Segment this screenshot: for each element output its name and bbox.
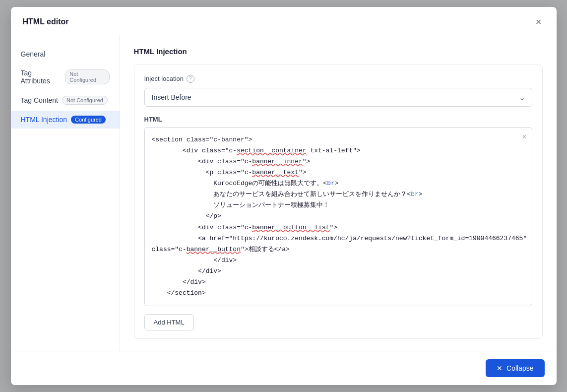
sidebar-item-label: General [21, 50, 46, 58]
sidebar-item-tag-attributes[interactable]: Tag Attributes Not Configured [11, 64, 120, 90]
html-injection-badge: Configured [71, 116, 106, 124]
code-area-wrapper: <section class="c-banner"> <div class="c… [144, 127, 532, 306]
html-editor-modal: HTML editor × General Tag Attributes Not… [11, 7, 557, 385]
modal-footer: ✕ Collapse [11, 351, 557, 385]
collapse-button[interactable]: ✕ Collapse [486, 359, 544, 377]
inject-location-select[interactable]: Insert Before Insert After Replace [144, 88, 532, 107]
inject-location-row: Inject location ? [144, 75, 532, 83]
html-section-label: HTML [144, 116, 532, 123]
sidebar-item-html-injection[interactable]: HTML Injection Configured [11, 111, 120, 129]
html-code-display: <section class="c-banner"> <div class="c… [145, 128, 532, 306]
modal-overlay: HTML editor × General Tag Attributes Not… [0, 0, 567, 392]
help-icon[interactable]: ? [187, 75, 194, 83]
close-button[interactable]: × [533, 16, 545, 28]
collapse-label: Collapse [506, 364, 533, 372]
modal-body: General Tag Attributes Not Configured Ta… [11, 35, 557, 351]
add-html-button[interactable]: Add HTML [144, 314, 194, 330]
collapse-icon: ✕ [497, 364, 503, 372]
sidebar-item-label: Tag Content [21, 96, 59, 104]
inject-location-label: Inject location [144, 75, 184, 82]
sidebar-item-general[interactable]: General [11, 45, 120, 63]
main-content: HTML Injection Inject location ? Insert … [120, 35, 557, 351]
select-wrapper: Insert Before Insert After Replace ⌄ [144, 88, 532, 107]
inject-panel: Inject location ? Insert Before Insert A… [134, 65, 543, 339]
tag-attributes-badge: Not Configured [65, 69, 109, 84]
sidebar-item-label: Tag Attributes [21, 69, 62, 85]
modal-header: HTML editor × [11, 7, 557, 35]
code-dismiss-button[interactable]: × [522, 132, 526, 141]
sidebar-item-label: HTML Injection [21, 116, 67, 124]
sidebar: General Tag Attributes Not Configured Ta… [11, 35, 120, 351]
tag-content-badge: Not Configured [62, 96, 108, 105]
sidebar-item-tag-content[interactable]: Tag Content Not Configured [11, 91, 120, 110]
section-title: HTML Injection [134, 47, 543, 56]
modal-title: HTML editor [23, 17, 69, 26]
